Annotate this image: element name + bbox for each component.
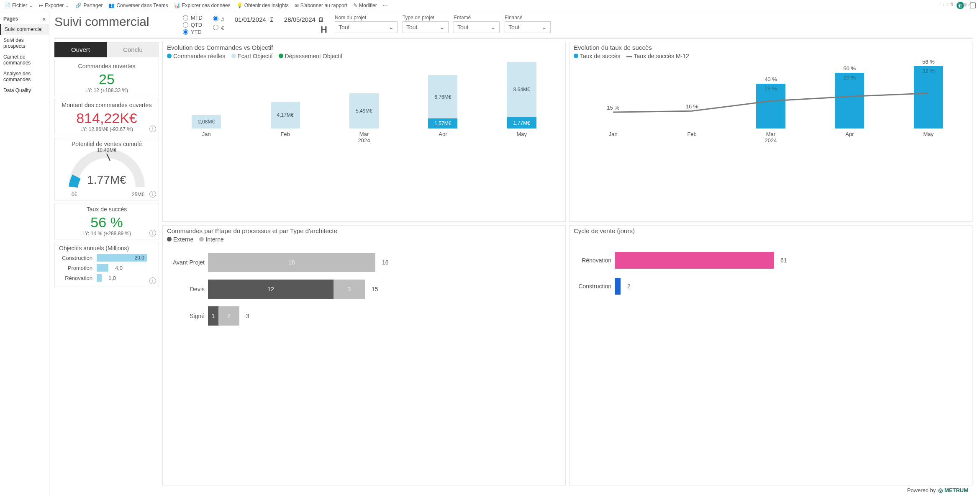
chart-sales-cycle[interactable]: Cycle de vente (jours) Rénovation61Const…	[569, 225, 972, 485]
filter-nom-projet[interactable]: Tout⌄	[335, 21, 398, 33]
explore-button[interactable]: 📊 Explorer ces données	[174, 3, 231, 8]
nav-data-quality[interactable]: Data Quality	[0, 85, 49, 96]
export-menu[interactable]: ↦ Exporter ⌄	[39, 3, 69, 8]
chart-success-rate[interactable]: Evolution du taux de succès Taux de succ…	[569, 42, 972, 222]
more-menu[interactable]: ···	[383, 3, 387, 8]
date-from-input[interactable]: 01/01/2024 🗓	[233, 15, 277, 24]
radio-qtd[interactable]: QTD	[183, 22, 203, 28]
filter-label: Nom du projet	[335, 15, 398, 21]
insights-button[interactable]: 💡 Obtenir des insights	[236, 3, 289, 8]
share-button[interactable]: 🔗 Partager	[75, 3, 103, 8]
nav-suivi-commercial[interactable]: Suivi commercial	[0, 24, 49, 35]
filter-entame[interactable]: Tout⌄	[454, 21, 500, 33]
pages-sidebar: Pages « Suivi commercial Suivi des prosp…	[0, 11, 49, 497]
tab-ouvert[interactable]: Ouvert	[54, 42, 107, 57]
reset-icon[interactable]: H	[321, 24, 326, 35]
nav-analyse-commandes[interactable]: Analyse des commandes	[0, 68, 49, 85]
kpi-open-amount: Montant des commandes ouvertes 814,22K€ …	[54, 99, 159, 135]
kpi-success: Taux de succès 56 % LY: 14 % (+288.89 %)…	[54, 203, 159, 239]
info-icon[interactable]: i	[149, 126, 156, 132]
calendar-icon: 🗓	[269, 16, 275, 23]
filter-label: Financé	[505, 15, 551, 21]
tab-conclu[interactable]: Conclu	[107, 42, 159, 57]
action-bar: 📄 Fichier ⌄ ↦ Exporter ⌄ 🔗 Partager 👥 Co…	[0, 0, 980, 11]
filter-type-projet[interactable]: Tout⌄	[403, 21, 449, 33]
chart-orders-vs-target[interactable]: ↑ ↓ ↕ ⇅ ✎ ▥ ⤢ ⋯ Evolution des Commandes …	[162, 42, 566, 222]
info-icon[interactable]: i	[149, 191, 156, 198]
collapse-sidebar-icon[interactable]: «	[42, 15, 46, 22]
teams-button[interactable]: 👥 Converser dans Teams	[108, 3, 168, 8]
edit-button[interactable]: ✎ Modifier	[353, 3, 377, 8]
info-icon[interactable]: i	[149, 277, 156, 284]
calendar-icon: 🗓	[318, 16, 324, 23]
chart-orders-by-stage[interactable]: Commandes par Étape du processus et par …	[162, 225, 566, 485]
info-icon[interactable]: i	[149, 230, 156, 236]
chevron-down-icon: ⌄	[542, 24, 547, 31]
brand-logo: ◎ METRUM	[938, 487, 968, 493]
filter-finance[interactable]: Tout⌄	[505, 21, 551, 33]
subscribe-button[interactable]: ✉ S'abonner au rapport	[295, 3, 347, 8]
radio-euro[interactable]: €	[211, 23, 224, 31]
powered-by-label: Powered by	[907, 487, 936, 493]
filter-label: Entamé	[454, 15, 500, 21]
nav-carnet-commandes[interactable]: Carnet de commandes	[0, 51, 49, 68]
chevron-down-icon: ⌄	[491, 24, 496, 31]
unit-radio-group: # €	[211, 15, 224, 31]
objectives-card: Objectifs annuels (Millions) Constructio…	[54, 242, 159, 287]
page-title: Suivi commercial	[54, 15, 149, 29]
sidebar-title: Pages	[3, 16, 18, 22]
chevron-down-icon: ⌄	[389, 24, 394, 31]
radio-count[interactable]: #	[211, 15, 224, 23]
kpi-potential: Potentiel de ventes cumulé 10,42M€ 1.77M…	[54, 138, 159, 200]
filter-label: Type de projet	[403, 15, 449, 21]
kpi-open-orders: Commandes ouvertes 25 LY: 12 (+108.33 %)	[54, 60, 159, 96]
radio-mtd[interactable]: MTD	[183, 15, 203, 21]
date-to-input[interactable]: 28/05/2024 🗓	[282, 15, 326, 24]
file-menu[interactable]: 📄 Fichier ⌄	[4, 3, 33, 8]
period-radio-group: MTD QTD YTD	[183, 15, 203, 35]
status-tabs: Ouvert Conclu	[54, 42, 159, 57]
radio-ytd[interactable]: YTD	[183, 29, 203, 35]
nav-suivi-prospects[interactable]: Suivi des prospects	[0, 35, 49, 51]
chevron-down-icon: ⌄	[440, 24, 445, 31]
